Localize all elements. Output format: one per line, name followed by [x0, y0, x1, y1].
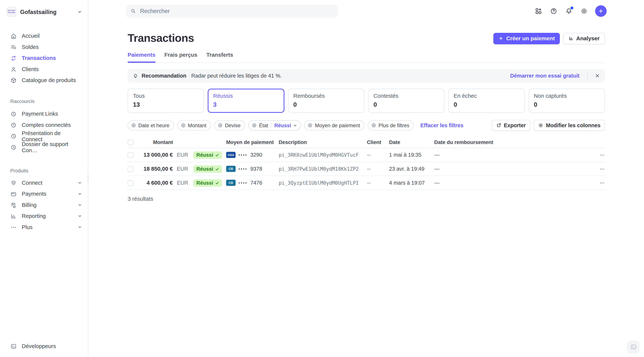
filter-chip-label: Date et heure: [138, 122, 170, 128]
column-header-client[interactable]: Client: [367, 140, 389, 145]
row-checkbox[interactable]: [128, 180, 134, 186]
create-payment-button[interactable]: Créer un paiement: [494, 33, 560, 44]
filter-chip-date[interactable]: Date et heure: [128, 120, 174, 130]
clock-icon: [10, 144, 17, 150]
account-switcher[interactable]: GO FAST SAILING Gofastsailing: [0, 6, 88, 18]
payment-method-cell: CB •••• 9378: [226, 166, 279, 172]
currency: EUR: [177, 152, 188, 158]
filter-chip-devise[interactable]: Devise: [214, 120, 245, 130]
filter-chip-label: Moyen de paiement: [315, 122, 360, 128]
filter-chip-montant[interactable]: Montant: [177, 120, 211, 130]
sidebar-item-payments[interactable]: Payments: [0, 188, 88, 200]
row-menu-button[interactable]: [599, 152, 605, 158]
export-button[interactable]: Exporter: [492, 120, 530, 131]
status-card-reussis[interactable]: Réussis 3: [208, 88, 284, 113]
sidebar-item-developpeurs[interactable]: Développeurs: [0, 340, 88, 352]
sidebar-item-plus[interactable]: Plus: [0, 222, 88, 232]
sidebar-item-dossier-support[interactable]: Dossier de support Con…: [0, 142, 88, 152]
apps-grid-icon: [535, 8, 542, 15]
edit-columns-button[interactable]: Modifier les colonnes: [534, 120, 605, 131]
card-mask: ••••: [238, 166, 248, 171]
column-header-moyen[interactable]: Moyen de paiement: [226, 140, 279, 145]
sidebar-item-payment-links[interactable]: Payment Links: [0, 108, 88, 119]
developer-console-button[interactable]: [627, 340, 640, 353]
sidebar-item-presentation-connect[interactable]: Présentation de Connect: [0, 130, 88, 142]
sidebar-item-label: Billing: [22, 202, 36, 208]
row-checkbox[interactable]: [128, 152, 134, 158]
filter-chip-label: Devise: [225, 122, 240, 128]
table-row[interactable]: 13 000,00 € EUR Réussi VISA •••• 3290: [128, 148, 605, 162]
table-row[interactable]: 4 600,00 € EUR Réussi CB •••• 7476: [128, 176, 605, 190]
refund-date-cell: —: [434, 166, 593, 172]
currency: EUR: [177, 166, 188, 172]
chevron-down-icon: [78, 180, 82, 185]
shortcuts-section-title: Raccourcis: [0, 98, 88, 105]
sidebar-item-soldes[interactable]: Soldes: [0, 42, 88, 52]
sidebar-item-transactions[interactable]: Transactions: [0, 52, 88, 64]
apps-button[interactable]: [534, 7, 542, 15]
search-bar[interactable]: [126, 4, 338, 18]
column-header-date[interactable]: Date: [389, 140, 434, 145]
status-label: Réussi: [196, 180, 213, 186]
sidebar-item-comptes-connectes[interactable]: Comptes connectés: [0, 119, 88, 130]
column-header-montant[interactable]: Montant: [140, 140, 226, 145]
date-cell: 4 mars à 19:07: [389, 180, 434, 186]
chevron-down-icon: [78, 225, 82, 230]
column-header-description[interactable]: Description: [279, 140, 367, 145]
terminal-icon: [630, 343, 637, 350]
tab-frais-percus[interactable]: Frais perçus: [164, 52, 198, 62]
sidebar-item-catalogue[interactable]: Catalogue de produits: [0, 74, 88, 86]
sidebar-item-label: Connect: [22, 180, 42, 186]
sidebar-item-accueil[interactable]: Accueil: [0, 30, 88, 42]
tab-transferts[interactable]: Transferts: [206, 52, 233, 62]
balances-icon: [10, 44, 17, 50]
status-badge: Réussi: [194, 179, 222, 186]
client-cell: --: [367, 180, 389, 186]
analyze-button[interactable]: Analyser: [563, 33, 605, 44]
sidebar-item-label: Transactions: [22, 55, 56, 61]
topbar: [88, 0, 644, 22]
filter-chip-etat[interactable]: État Réussi: [248, 120, 301, 130]
status-badge: Réussi: [194, 165, 222, 173]
status-card-tous[interactable]: Tous 13: [128, 88, 204, 113]
banner-divider: [587, 72, 588, 79]
notifications-button[interactable]: [565, 7, 573, 15]
create-button[interactable]: [595, 6, 607, 17]
row-menu-button[interactable]: [599, 166, 605, 172]
banner-close-button[interactable]: [595, 73, 600, 78]
filter-chip-label: Montant: [188, 122, 206, 128]
status-cards: Tous 13 Réussis 3 Remboursés 0 Contestés…: [128, 88, 605, 113]
column-header-refund[interactable]: Date du remboursement: [434, 140, 593, 145]
export-icon: [496, 123, 502, 128]
row-checkbox[interactable]: [128, 166, 134, 172]
refund-date-cell: —: [434, 180, 593, 186]
amount-value: 13 000,00 €: [140, 152, 173, 158]
start-trial-link[interactable]: Démarrer mon essai gratuit: [510, 72, 580, 79]
status-card-count: 13: [133, 101, 199, 108]
table-action-buttons: Exporter Modifier les colonnes: [492, 120, 605, 131]
settings-button[interactable]: [580, 7, 588, 15]
remove-filter-icon[interactable]: [252, 123, 257, 128]
search-input[interactable]: [139, 8, 333, 15]
status-card-count: 0: [293, 101, 359, 108]
tab-paiements[interactable]: Paiements: [128, 52, 156, 62]
table-row[interactable]: 18 850,00 € EUR Réussi CB •••• 9378: [128, 162, 605, 176]
row-menu-button[interactable]: [599, 180, 605, 186]
status-card-count: 0: [454, 101, 520, 108]
connect-icon: [10, 180, 17, 186]
status-card-contestes[interactable]: Contestés 0: [368, 88, 444, 113]
sidebar-item-reporting[interactable]: Reporting: [0, 210, 88, 222]
clear-filters-link[interactable]: Effacer les filtres: [420, 122, 464, 128]
main-area: Transactions Créer un paiement Analyser …: [88, 0, 644, 357]
sidebar-item-clients[interactable]: Clients: [0, 64, 88, 74]
filter-chip-moyen-paiement[interactable]: Moyen de paiement: [304, 120, 364, 130]
sidebar-item-billing[interactable]: Billing: [0, 200, 88, 210]
sidebar-item-connect[interactable]: Connect: [0, 177, 88, 188]
status-card-rembourses[interactable]: Remboursés 0: [288, 88, 364, 113]
help-button[interactable]: [550, 7, 558, 15]
add-filter-icon: [180, 123, 186, 128]
filter-chip-plus-filtres[interactable]: Plus de filtres: [368, 120, 414, 130]
status-card-non-captures[interactable]: Non capturés 0: [528, 88, 605, 113]
select-all-checkbox[interactable]: [128, 140, 134, 145]
status-card-en-echec[interactable]: En échec 0: [448, 88, 525, 113]
